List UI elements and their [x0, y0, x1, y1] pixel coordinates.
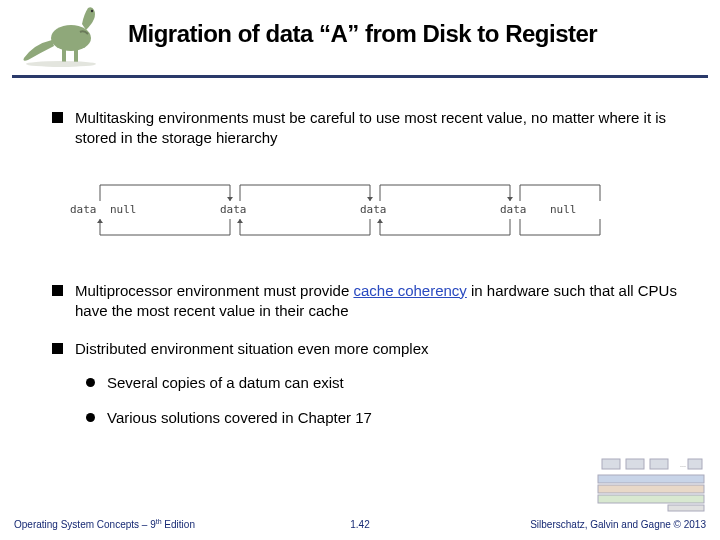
- sub-bullet-item: Several copies of a datum can exist: [86, 373, 700, 393]
- svg-text:...: ...: [680, 461, 686, 468]
- diagram-label: data: [360, 203, 387, 216]
- dinosaur-logo: [16, 0, 106, 70]
- footer-text: Edition: [162, 519, 195, 530]
- sub-bullet-text: Various solutions covered in Chapter 17: [107, 408, 372, 428]
- diagram-label: null: [110, 203, 137, 216]
- migration-diagram: data null data data data null: [60, 173, 660, 253]
- cache-coherency-link[interactable]: cache coherency: [353, 282, 466, 299]
- svg-rect-13: [668, 505, 704, 511]
- square-bullet-icon: [52, 112, 63, 123]
- sub-bullet-text: Several copies of a datum can exist: [107, 373, 344, 393]
- svg-rect-3: [74, 46, 78, 62]
- svg-point-4: [26, 61, 96, 67]
- footer-left: Operating System Concepts – 9th Edition: [14, 518, 195, 530]
- bullet-text: Distributed environment situation even m…: [75, 339, 700, 359]
- diagram-label: data: [500, 203, 527, 216]
- slide-header: Migration of data “A” from Disk to Regis…: [12, 0, 708, 78]
- slide-content: Multitasking environments must be carefu…: [52, 108, 700, 442]
- svg-rect-12: [598, 495, 704, 503]
- footer-page-number: 1.42: [350, 519, 369, 530]
- circle-bullet-icon: [86, 413, 95, 422]
- square-bullet-icon: [52, 285, 63, 296]
- svg-rect-9: [688, 459, 702, 469]
- square-bullet-icon: [52, 343, 63, 354]
- diagram-label: null: [550, 203, 577, 216]
- footer-text: Operating System Concepts – 9: [14, 519, 156, 530]
- svg-rect-10: [598, 475, 704, 483]
- svg-rect-11: [598, 485, 704, 493]
- sub-bullet-item: Various solutions covered in Chapter 17: [86, 408, 700, 428]
- bullet-item: Multiprocessor environment must provide …: [52, 281, 700, 322]
- svg-rect-2: [62, 46, 66, 62]
- bullet-item: Multitasking environments must be carefu…: [52, 108, 700, 149]
- circle-bullet-icon: [86, 378, 95, 387]
- svg-point-0: [51, 25, 91, 51]
- footer-copyright: Silberschatz, Galvin and Gagne © 2013: [530, 519, 706, 530]
- bullet-item: Distributed environment situation even m…: [52, 339, 700, 359]
- diagram-label: data: [70, 203, 97, 216]
- bullet-text: Multitasking environments must be carefu…: [75, 108, 700, 149]
- text-span: Multiprocessor environment must provide: [75, 282, 353, 299]
- architecture-thumbnail: ...: [596, 457, 706, 512]
- svg-rect-6: [626, 459, 644, 469]
- svg-rect-5: [602, 459, 620, 469]
- slide-title: Migration of data “A” from Disk to Regis…: [128, 20, 597, 48]
- diagram-label: data: [220, 203, 247, 216]
- bullet-text: Multiprocessor environment must provide …: [75, 281, 700, 322]
- svg-rect-7: [650, 459, 668, 469]
- svg-point-1: [91, 10, 93, 12]
